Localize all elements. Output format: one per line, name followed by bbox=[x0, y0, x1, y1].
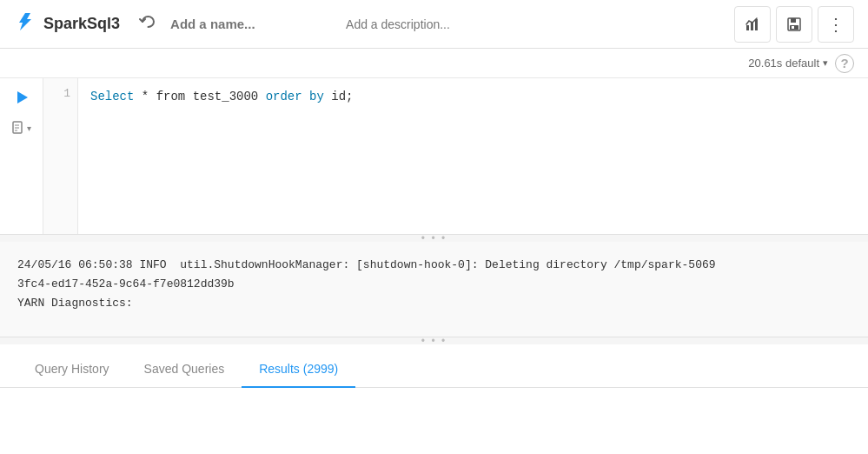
code-end: id; bbox=[324, 90, 354, 103]
spark-logo-icon bbox=[14, 10, 36, 38]
tabs-bar: Query History Saved Queries Results (299… bbox=[0, 344, 868, 388]
undo-button[interactable] bbox=[134, 9, 160, 39]
svg-rect-6 bbox=[792, 26, 794, 29]
log-area: 24/05/16 06:50:38 INFO util.ShutdownHook… bbox=[0, 242, 868, 337]
query-desc-input[interactable] bbox=[346, 17, 734, 31]
save-button[interactable] bbox=[776, 6, 812, 43]
code-editor[interactable]: Select * from test_3000 order by id; bbox=[78, 78, 868, 234]
keyword-select: Select bbox=[90, 90, 134, 103]
snippet-button[interactable]: ▾ bbox=[11, 121, 31, 135]
help-button[interactable]: ? bbox=[835, 54, 854, 73]
more-options-button[interactable]: ⋮ bbox=[818, 6, 854, 43]
resize-handle-bottom[interactable]: • • • bbox=[0, 337, 868, 344]
run-button[interactable] bbox=[10, 85, 34, 114]
keyword-by: by bbox=[302, 90, 324, 103]
query-name-input[interactable] bbox=[170, 17, 339, 31]
line-numbers: 1 bbox=[43, 78, 78, 234]
side-controls: ▾ bbox=[0, 78, 43, 234]
toolbar-bar: 20.61s default ▾ ? bbox=[0, 49, 868, 78]
line-number-1: 1 bbox=[43, 87, 70, 100]
timing-info: 20.61s default ▾ bbox=[748, 57, 828, 70]
chart-button[interactable] bbox=[734, 6, 771, 43]
log-line-4: YARN Diagnostics: bbox=[17, 294, 851, 313]
tab-saved-queries[interactable]: Saved Queries bbox=[127, 351, 242, 388]
code-line-1: Select * from test_3000 order by id; bbox=[90, 87, 856, 106]
log-line-2: 3fc4-ed17-452a-9c64-f7e0812dd39b bbox=[17, 275, 851, 294]
log-line-1: 24/05/16 06:50:38 INFO util.ShutdownHook… bbox=[17, 256, 851, 275]
editor-wrapper: 1 Select * from test_3000 order by id; bbox=[43, 78, 868, 234]
snippet-arrow: ▾ bbox=[27, 124, 31, 133]
tab-results[interactable]: Results (2999) bbox=[242, 351, 355, 388]
keyword-order: order bbox=[266, 90, 302, 103]
timing-dropdown-arrow[interactable]: ▾ bbox=[823, 57, 828, 69]
editor-area: ▾ 1 Select * from test_3000 order by id; bbox=[0, 78, 868, 235]
header-actions: ⋮ bbox=[734, 6, 854, 43]
svg-rect-4 bbox=[791, 18, 796, 23]
timing-text: 20.61s default bbox=[748, 57, 819, 70]
app-title: SparkSql3 bbox=[43, 15, 120, 33]
svg-marker-7 bbox=[17, 91, 28, 103]
code-rest: * from test_3000 bbox=[134, 90, 265, 103]
app-header: SparkSql3 ⋮ bbox=[0, 0, 868, 49]
logo-area: SparkSql3 bbox=[14, 10, 120, 38]
svg-rect-2 bbox=[755, 19, 758, 30]
tab-query-history[interactable]: Query History bbox=[17, 351, 127, 388]
svg-rect-0 bbox=[746, 25, 749, 30]
resize-handle-top[interactable]: • • • bbox=[0, 235, 868, 242]
